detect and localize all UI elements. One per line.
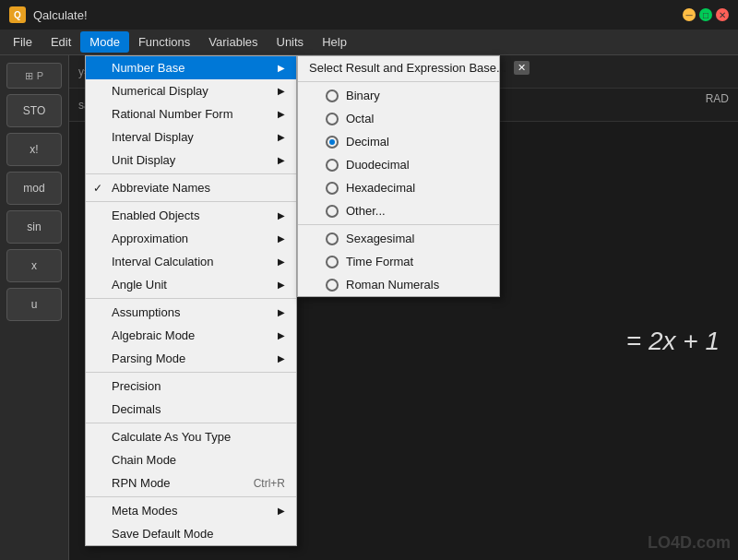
maximize-button[interactable]: □ [699, 8, 712, 21]
menu-mode[interactable]: Mode [80, 31, 129, 53]
sin-button[interactable]: sin [6, 210, 62, 244]
meta-modes-label: Meta Modes [112, 504, 178, 518]
rpn-check: ✓ [93, 477, 102, 490]
parsing-mode-chevron: ▶ [278, 353, 285, 363]
nb-octal-label: Octal [346, 112, 374, 125]
menu-enabled-objects[interactable]: Enabled Objects ▶ [86, 204, 296, 227]
nb-decimal-label: Decimal [346, 135, 389, 149]
xfact-button[interactable]: x! [6, 133, 62, 166]
nb-octal[interactable]: Octal [298, 107, 499, 130]
save-default-mode-label: Save Default Mode [112, 527, 214, 541]
menu-interval-display[interactable]: Interval Display ▶ [86, 125, 296, 149]
algebraic-mode-label: Algebraic Mode [112, 328, 195, 342]
nb-sexagesimal[interactable]: Sexagesimal [298, 227, 499, 250]
nb-sep2 [298, 224, 499, 225]
sidebar: ⊞ P STO x! mod sin x u [0, 55, 69, 560]
nb-time-format[interactable]: Time Format [298, 250, 499, 273]
menu-interval-calculation[interactable]: Interval Calculation ▶ [86, 250, 296, 273]
menu-calculate-as-you-type[interactable]: ✓ Calculate As You Type [86, 425, 296, 448]
interval-display-chevron: ▶ [278, 132, 285, 142]
nb-hexadecimal-label: Hexadecimal [346, 181, 415, 195]
abbreviate-names-label: Abbreviate Names [112, 181, 210, 195]
menu-variables[interactable]: Variables [199, 31, 267, 53]
title-bar-title: Qalculate! [33, 8, 88, 22]
menu-units[interactable]: Units [268, 31, 314, 53]
menu-functions[interactable]: Functions [129, 31, 199, 53]
number-base-label: Number Base [112, 61, 184, 75]
menu-help[interactable]: Help [313, 31, 356, 53]
approximation-chevron: ▶ [278, 233, 285, 244]
menu-file[interactable]: File [4, 31, 42, 53]
sep1 [86, 173, 296, 174]
nb-sexagesimal-label: Sexagesimal [346, 232, 414, 245]
numerical-display-chevron: ▶ [278, 86, 285, 96]
menu-approximation[interactable]: Approximation ▶ [86, 227, 296, 250]
menu-rational-number-form[interactable]: Rational Number Form ▶ [86, 102, 296, 125]
nb-decimal-radio-inner [329, 139, 335, 145]
menu-rpn-mode[interactable]: ✓ RPN Mode Ctrl+R [86, 471, 296, 494]
menu-unit-display[interactable]: Unit Display ▶ [86, 149, 296, 172]
nb-decimal[interactable]: Decimal [298, 130, 499, 153]
menu-number-base[interactable]: Number Base ▶ [86, 56, 296, 79]
title-bar-left: Q Qalculate! [9, 6, 88, 23]
nb-other[interactable]: Other... [298, 199, 499, 222]
nb-binary[interactable]: Binary [298, 84, 499, 107]
nb-hexadecimal[interactable]: Hexadecimal [298, 176, 499, 199]
rad-badge: RAD [706, 92, 729, 105]
menu-parsing-mode[interactable]: Parsing Mode ▶ [86, 347, 296, 370]
u-button[interactable]: u [6, 288, 62, 321]
rational-number-form-label: Rational Number Form [112, 107, 233, 121]
nb-roman-numerals[interactable]: Roman Numerals [298, 273, 499, 296]
meta-modes-chevron: ▶ [278, 506, 285, 516]
nb-hexadecimal-radio [326, 182, 339, 195]
grid-icon: ⊞ [25, 70, 33, 82]
calculate-check: ✓ [93, 431, 102, 444]
precision-label: Precision [112, 379, 161, 393]
approximation-label: Approximation [112, 232, 188, 245]
rational-number-form-chevron: ▶ [278, 109, 285, 119]
menu-precision[interactable]: Precision [86, 375, 296, 398]
keypad-p-button[interactable]: ⊞ P [6, 63, 62, 89]
number-base-chevron: ▶ [278, 63, 285, 73]
sep2 [86, 201, 296, 202]
numerical-display-label: Numerical Display [112, 84, 208, 98]
x-button[interactable]: x [6, 249, 62, 282]
rpn-shortcut: Ctrl+R [254, 477, 285, 490]
nb-duodecimal-radio [326, 159, 339, 172]
chain-mode-label: Chain Mode [112, 453, 176, 467]
interval-calculation-label: Interval Calculation [112, 255, 214, 268]
keypad-p-label: P [37, 70, 43, 81]
rpn-mode-label: RPN Mode [112, 476, 171, 490]
menu-save-default-mode[interactable]: Save Default Mode [86, 522, 296, 545]
sto-button[interactable]: STO [6, 94, 62, 127]
nb-sep1 [298, 81, 499, 82]
algebraic-mode-chevron: ▶ [278, 330, 285, 340]
menu-angle-unit[interactable]: Angle Unit ▶ [86, 273, 296, 296]
menu-algebraic-mode[interactable]: Algebraic Mode ▶ [86, 324, 296, 347]
enabled-objects-label: Enabled Objects [112, 209, 199, 222]
menu-edit[interactable]: Edit [42, 31, 80, 53]
menu-assumptions[interactable]: Assumptions ▶ [86, 301, 296, 324]
mod-button[interactable]: mod [6, 172, 62, 205]
app-icon: Q [9, 6, 26, 23]
nb-roman-numerals-label: Roman Numerals [346, 278, 439, 292]
menu-abbreviate-names[interactable]: ✓ Abbreviate Names [86, 176, 296, 199]
decimals-label: Decimals [112, 402, 161, 416]
title-bar-controls: ─ □ ✕ [683, 8, 729, 21]
nb-roman-numerals-radio [326, 279, 339, 292]
nb-duodecimal[interactable]: Duodecimal [298, 153, 499, 176]
sep4 [86, 372, 296, 373]
minimize-button[interactable]: ─ [683, 8, 696, 21]
interval-display-label: Interval Display [112, 130, 194, 144]
nb-binary-label: Binary [346, 89, 380, 102]
close-button[interactable]: ✕ [716, 8, 729, 21]
enabled-objects-chevron: ▶ [278, 210, 285, 220]
title-bar: Q Qalculate! ─ □ ✕ [0, 0, 738, 30]
menu-chain-mode[interactable]: ✓ Chain Mode [86, 448, 296, 471]
menu-bar: File Edit Mode Functions Variables Units… [0, 30, 738, 55]
menu-decimals[interactable]: Decimals [86, 398, 296, 421]
nb-select-result[interactable]: Select Result and Expression Base... ✕ [298, 56, 499, 79]
number-base-submenu: Select Result and Expression Base... ✕ B… [297, 55, 500, 297]
menu-meta-modes[interactable]: Meta Modes ▶ [86, 499, 296, 522]
menu-numerical-display[interactable]: Numerical Display ▶ [86, 79, 296, 102]
